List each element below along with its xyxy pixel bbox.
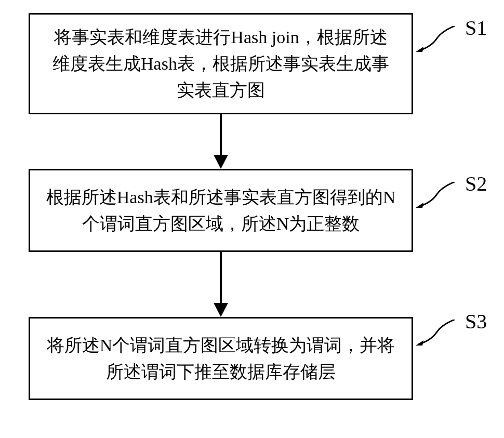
- step-box-s1: 将事实表和维度表进行Hash join，根据所述维度表生成Hash表，根据所述事…: [29, 13, 413, 114]
- step-text-s3: 将所述N个谓词直方图区域转换为谓词，并将所述谓词下推至数据库存储层: [46, 332, 396, 385]
- step-label-s3: S3: [465, 309, 487, 334]
- arrow-s2-s3: [218, 252, 223, 317]
- label-connector-s2: [416, 182, 455, 208]
- label-connector-s3: [416, 320, 455, 346]
- step-label-s2: S2: [465, 171, 487, 196]
- arrow-s1-s2: [218, 114, 223, 169]
- step-text-s2: 根据所述Hash表和所述事实表直方图得到的N个谓词直方图区域，所述N为正整数: [46, 184, 396, 237]
- step-box-s3: 将所述N个谓词直方图区域转换为谓词，并将所述谓词下推至数据库存储层: [29, 317, 413, 400]
- label-connector-s1: [416, 26, 455, 52]
- step-text-s1: 将事实表和维度表进行Hash join，根据所述维度表生成Hash表，根据所述事…: [46, 24, 396, 103]
- step-label-s1: S1: [465, 16, 487, 40]
- step-box-s2: 根据所述Hash表和所述事实表直方图得到的N个谓词直方图区域，所述N为正整数: [29, 169, 413, 252]
- flowchart-container: 将事实表和维度表进行Hash join，根据所述维度表生成Hash表，根据所述事…: [0, 0, 504, 438]
